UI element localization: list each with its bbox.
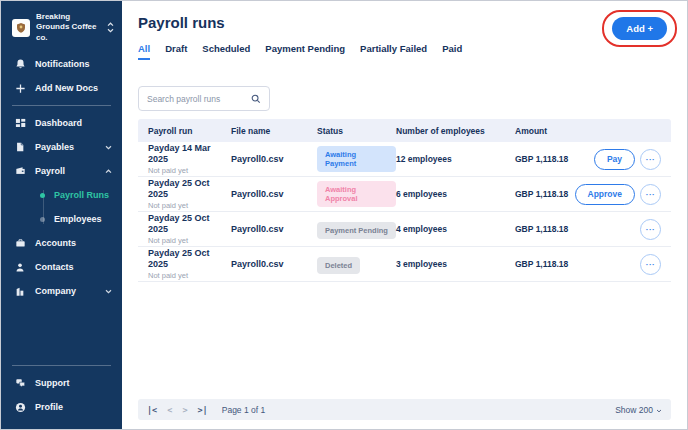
status-badge: Awaiting Approval xyxy=(317,181,396,207)
dot-icon xyxy=(40,217,45,222)
sidebar-item-add-new-docs[interactable]: Add New Docs xyxy=(1,76,122,100)
employees-cell: 3 employees xyxy=(396,259,515,269)
pay-button[interactable]: Pay xyxy=(594,149,635,170)
sidebar: Breaking Grounds Coffee co. Notification… xyxy=(1,1,122,429)
employees-cell: 12 employees xyxy=(396,154,515,164)
pagination: |< < > >| Page 1 of 1 xyxy=(147,405,265,415)
chat-icon xyxy=(14,377,26,389)
table-row: Payday 25 Oct 2025 Not paid yet Payroll0… xyxy=(138,212,671,247)
sidebar-item-employees[interactable]: Employees xyxy=(1,207,122,231)
row-menu-button[interactable]: ··· xyxy=(640,184,661,205)
profile-circle-icon xyxy=(14,401,26,413)
tab-partially-failed[interactable]: Partially Failed xyxy=(360,43,427,60)
payday-label: Payday 25 Oct 2025 xyxy=(148,178,231,200)
sidebar-item-label: Payroll xyxy=(35,166,65,176)
payday-label: Payday 25 Oct 2025 xyxy=(148,248,231,270)
sidebar-item-payroll-runs[interactable]: Payroll Runs xyxy=(1,183,122,207)
table-row: Payday 25 Oct 2025 Not paid yet Payroll0… xyxy=(138,177,671,212)
dashboard-grid-icon xyxy=(14,117,26,129)
sidebar-divider xyxy=(12,365,111,366)
next-page-button[interactable]: > xyxy=(182,405,187,415)
page-title: Payroll runs xyxy=(138,14,671,31)
chevron-down-icon xyxy=(105,145,112,150)
first-page-button[interactable]: |< xyxy=(147,405,157,415)
sidebar-item-contacts[interactable]: Contacts xyxy=(1,255,122,279)
row-menu-button[interactable]: ··· xyxy=(640,219,661,240)
table-row: Payday 14 Mar 2025 Not paid yet Payroll0… xyxy=(138,142,671,177)
ellipsis-icon: ··· xyxy=(646,260,656,269)
ellipsis-icon: ··· xyxy=(646,155,656,164)
status-badge: Deleted xyxy=(317,257,360,274)
file-name-cell: Payroll0.csv xyxy=(231,259,317,269)
file-name-cell: Payroll0.csv xyxy=(231,224,317,234)
sidebar-item-label: Add New Docs xyxy=(35,83,98,93)
bell-icon xyxy=(14,58,26,70)
tab-paid[interactable]: Paid xyxy=(442,43,462,60)
sidebar-item-label: Support xyxy=(35,378,70,388)
tab-all[interactable]: All xyxy=(138,43,150,60)
amount-cell: GBP 1,118.18 xyxy=(515,189,575,199)
tab-draft[interactable]: Draft xyxy=(165,43,187,60)
sidebar-item-label: Company xyxy=(35,286,76,296)
search-input[interactable] xyxy=(147,94,247,104)
org-switcher-caret-icon xyxy=(107,22,114,33)
sidebar-item-payroll[interactable]: Payroll xyxy=(1,159,122,183)
tab-payment-pending[interactable]: Payment Pending xyxy=(265,43,345,60)
sidebar-item-notifications[interactable]: Notifications xyxy=(1,52,122,76)
document-icon xyxy=(14,141,26,153)
sidebar-item-dashboard[interactable]: Dashboard xyxy=(1,111,122,135)
sidebar-item-label: Employees xyxy=(54,214,102,224)
plus-icon xyxy=(14,82,26,94)
search-icon xyxy=(251,94,261,104)
page-indicator: Page 1 of 1 xyxy=(222,405,265,415)
payday-label: Payday 25 Oct 2025 xyxy=(148,213,231,235)
page-size-select[interactable]: Show 200 xyxy=(615,405,662,415)
sidebar-item-label: Accounts xyxy=(35,238,76,248)
sidebar-item-payables[interactable]: Payables xyxy=(1,135,122,159)
add-button[interactable]: Add + xyxy=(612,17,667,40)
amount-cell: GBP 1,118.18 xyxy=(515,224,640,234)
paid-status-note: Not paid yet xyxy=(148,201,231,210)
file-name-cell: Payroll0.csv xyxy=(231,154,317,164)
table-row: Payday 25 Oct 2025 Not paid yet Payroll0… xyxy=(138,247,671,282)
sidebar-item-label: Payables xyxy=(35,142,74,152)
status-badge: Payment Pending xyxy=(317,222,396,239)
paid-status-note: Not paid yet xyxy=(148,236,231,245)
payroll-run-cell: Payday 25 Oct 2025 Not paid yet xyxy=(148,178,231,210)
column-header-amount: Amount xyxy=(515,126,661,136)
sidebar-item-company[interactable]: Company xyxy=(1,279,122,303)
sidebar-item-support[interactable]: Support xyxy=(1,371,122,395)
sidebar-item-label: Contacts xyxy=(35,262,74,272)
employees-cell: 6 employees xyxy=(396,189,515,199)
amount-cell: GBP 1,118.18 xyxy=(515,154,594,164)
row-menu-button[interactable]: ··· xyxy=(640,149,661,170)
approve-button[interactable]: Approve xyxy=(575,184,635,205)
chevron-down-icon xyxy=(105,289,112,294)
org-logo-icon xyxy=(12,19,30,37)
table-footer: |< < > >| Page 1 of 1 Show 200 xyxy=(138,399,671,420)
sidebar-item-label: Dashboard xyxy=(35,118,82,128)
app-window: Breaking Grounds Coffee co. Notification… xyxy=(0,0,688,430)
file-name-cell: Payroll0.csv xyxy=(231,189,317,199)
tab-scheduled[interactable]: Scheduled xyxy=(202,43,250,60)
payroll-run-cell: Payday 25 Oct 2025 Not paid yet xyxy=(148,248,231,280)
last-page-button[interactable]: >| xyxy=(198,405,208,415)
sidebar-divider xyxy=(12,105,111,106)
briefcase-icon xyxy=(14,237,26,249)
ellipsis-icon: ··· xyxy=(646,190,656,199)
sidebar-item-accounts[interactable]: Accounts xyxy=(1,231,122,255)
paid-status-note: Not paid yet xyxy=(148,271,231,280)
row-menu-button[interactable]: ··· xyxy=(640,254,661,275)
column-header-file-name: File name xyxy=(231,126,317,136)
page-size-label: Show 200 xyxy=(615,405,653,415)
payroll-run-cell: Payday 14 Mar 2025 Not paid yet xyxy=(148,143,231,175)
sidebar-item-profile[interactable]: Profile xyxy=(1,395,122,419)
payroll-run-cell: Payday 25 Oct 2025 Not paid yet xyxy=(148,213,231,245)
sidebar-item-label: Payroll Runs xyxy=(54,190,109,200)
chevron-up-icon xyxy=(105,169,112,174)
org-switcher[interactable]: Breaking Grounds Coffee co. xyxy=(1,1,122,52)
paid-status-note: Not paid yet xyxy=(148,166,231,175)
prev-page-button[interactable]: < xyxy=(167,405,172,415)
main-content: Payroll runs Add + All Draft Scheduled P… xyxy=(122,1,687,429)
tab-bar: All Draft Scheduled Payment Pending Part… xyxy=(138,43,671,60)
